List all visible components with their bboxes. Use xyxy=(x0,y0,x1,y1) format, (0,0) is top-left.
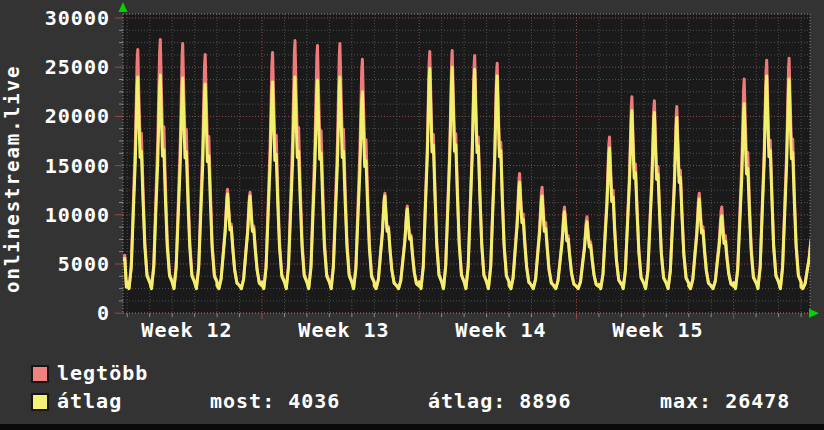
bottom-bar xyxy=(0,424,824,430)
stat-max: max: 26478 xyxy=(660,390,790,412)
x-tick-label: Week 12 xyxy=(141,320,232,340)
legend-swatch-legtobb xyxy=(31,365,49,383)
legend-label-atlag: átlag xyxy=(57,390,122,412)
x-tick-label: Week 15 xyxy=(612,320,703,340)
x-tick-label: Week 14 xyxy=(455,320,546,340)
legend-swatch-atlag xyxy=(31,393,49,411)
x-tick-label: Week 13 xyxy=(298,320,389,340)
stat-atlag: átlag: 8896 xyxy=(428,390,571,412)
legend-label-legtobb: legtöbb xyxy=(57,362,148,384)
rrd-graph: onlinestream.live 30000 25000 20000 1500… xyxy=(0,0,824,430)
y-axis-arrow-icon xyxy=(119,2,128,12)
x-axis-arrow-icon xyxy=(809,309,819,318)
stat-most: most: 4036 xyxy=(210,390,340,412)
